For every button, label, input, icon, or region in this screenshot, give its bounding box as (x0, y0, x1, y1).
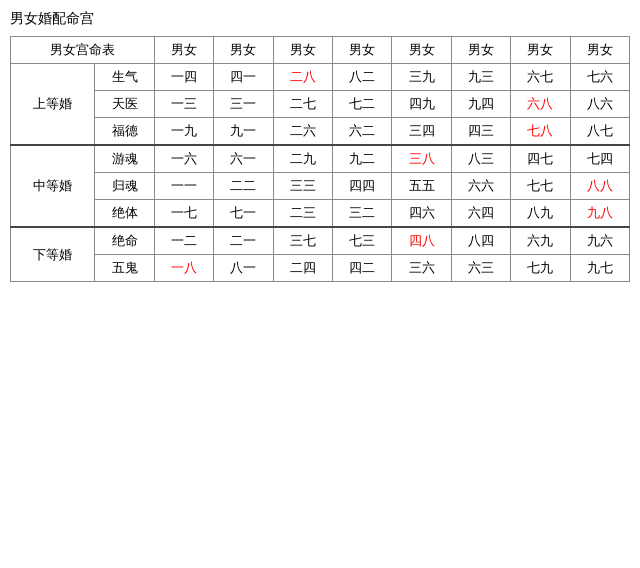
table-cell: 六一 (214, 145, 273, 173)
group-label: 下等婚 (11, 227, 95, 282)
header-col3: 男女 (273, 37, 332, 64)
table-cell: 二一 (214, 227, 273, 255)
table-cell: 六三 (451, 255, 510, 282)
table-cell: 一七 (154, 200, 213, 228)
table-cell: 二四 (273, 255, 332, 282)
table-cell: 二三 (273, 200, 332, 228)
table-cell: 一四 (154, 64, 213, 91)
row-label: 绝命 (95, 227, 154, 255)
main-table: 男女宫命表 男女 男女 男女 男女 男女 男女 男女 男女 上等婚生气一四四一二… (10, 36, 630, 282)
table-row: 绝体一七七一二三三二四六六四八九九八 (11, 200, 630, 228)
header-col2: 男女 (214, 37, 273, 64)
table-cell: 六七 (511, 64, 570, 91)
row-label: 归魂 (95, 173, 154, 200)
table-header-row: 男女宫命表 男女 男女 男女 男女 男女 男女 男女 男女 (11, 37, 630, 64)
table-cell: 一三 (154, 91, 213, 118)
table-cell: 六二 (332, 118, 391, 146)
table-cell: 八二 (332, 64, 391, 91)
table-row: 下等婚绝命一二二一三七七三四八八四六九九六 (11, 227, 630, 255)
table-cell: 三三 (273, 173, 332, 200)
table-cell: 四六 (392, 200, 451, 228)
table-cell: 七九 (511, 255, 570, 282)
row-label: 五鬼 (95, 255, 154, 282)
table-cell: 四三 (451, 118, 510, 146)
group-label: 中等婚 (11, 145, 95, 227)
table-cell: 六九 (511, 227, 570, 255)
table-cell: 一一 (154, 173, 213, 200)
table-cell: 八一 (214, 255, 273, 282)
table-cell: 八九 (511, 200, 570, 228)
table-cell: 四八 (392, 227, 451, 255)
table-cell: 七四 (570, 145, 629, 173)
table-cell: 四九 (392, 91, 451, 118)
header-col5: 男女 (392, 37, 451, 64)
table-cell: 九八 (570, 200, 629, 228)
table-row: 天医一三三一二七七二四九九四六八八六 (11, 91, 630, 118)
row-label: 福德 (95, 118, 154, 146)
table-cell: 五五 (392, 173, 451, 200)
table-cell: 一六 (154, 145, 213, 173)
row-label: 生气 (95, 64, 154, 91)
table-cell: 八六 (570, 91, 629, 118)
table-cell: 三四 (392, 118, 451, 146)
row-label: 绝体 (95, 200, 154, 228)
table-row: 五鬼一八八一二四四二三六六三七九九七 (11, 255, 630, 282)
table-cell: 一八 (154, 255, 213, 282)
table-row: 上等婚生气一四四一二八八二三九九三六七七六 (11, 64, 630, 91)
table-cell: 七六 (570, 64, 629, 91)
table-row: 归魂一一二二三三四四五五六六七七八八 (11, 173, 630, 200)
table-cell: 九六 (570, 227, 629, 255)
table-cell: 四二 (332, 255, 391, 282)
table-cell: 六六 (451, 173, 510, 200)
table-cell: 三二 (332, 200, 391, 228)
table-cell: 九四 (451, 91, 510, 118)
group-label: 上等婚 (11, 64, 95, 146)
table-cell: 一二 (154, 227, 213, 255)
table-cell: 九七 (570, 255, 629, 282)
header-col4: 男女 (332, 37, 391, 64)
table-cell: 六四 (451, 200, 510, 228)
table-cell: 九二 (332, 145, 391, 173)
table-cell: 八四 (451, 227, 510, 255)
table-cell: 八八 (570, 173, 629, 200)
table-cell: 四七 (511, 145, 570, 173)
table-cell: 七七 (511, 173, 570, 200)
page-title: 男女婚配命宫 (10, 10, 630, 28)
header-col8: 男女 (570, 37, 629, 64)
table-cell: 二七 (273, 91, 332, 118)
table-cell: 六八 (511, 91, 570, 118)
table-cell: 二九 (273, 145, 332, 173)
table-row: 中等婚游魂一六六一二九九二三八八三四七七四 (11, 145, 630, 173)
table-cell: 七二 (332, 91, 391, 118)
table-cell: 三九 (392, 64, 451, 91)
table-cell: 七三 (332, 227, 391, 255)
table-cell: 一九 (154, 118, 213, 146)
table-cell: 三七 (273, 227, 332, 255)
table-cell: 九三 (451, 64, 510, 91)
table-cell: 二八 (273, 64, 332, 91)
table-cell: 七一 (214, 200, 273, 228)
table-cell: 四四 (332, 173, 391, 200)
table-row: 福德一九九一二六六二三四四三七八八七 (11, 118, 630, 146)
row-label: 游魂 (95, 145, 154, 173)
table-cell: 七八 (511, 118, 570, 146)
header-col7: 男女 (511, 37, 570, 64)
row-label: 天医 (95, 91, 154, 118)
table-cell: 八三 (451, 145, 510, 173)
table-cell: 三八 (392, 145, 451, 173)
table-cell: 三一 (214, 91, 273, 118)
table-cell: 四一 (214, 64, 273, 91)
table-cell: 八七 (570, 118, 629, 146)
header-col1: 男女 (154, 37, 213, 64)
table-cell: 九一 (214, 118, 273, 146)
table-cell: 三六 (392, 255, 451, 282)
table-cell: 二六 (273, 118, 332, 146)
table-cell: 二二 (214, 173, 273, 200)
header-col6: 男女 (451, 37, 510, 64)
header-col0: 男女宫命表 (11, 37, 155, 64)
